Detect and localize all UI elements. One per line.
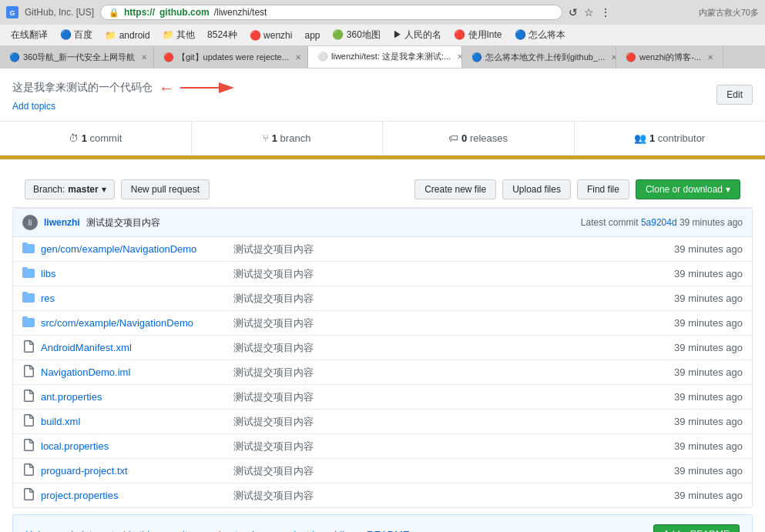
commit-info-left: li liwenzhi 测试提交项目内容 xyxy=(22,215,160,230)
file-name-link[interactable]: src/com/example/NavigationDemo xyxy=(41,317,233,329)
browser-tabs: 🔵 360导航_新一代安全上网导航 ✕ 🔴 【git】updates were … xyxy=(0,46,765,68)
url-green-part: https:// xyxy=(124,7,155,18)
add-readme-button[interactable]: Add a README xyxy=(653,524,740,532)
360map-toolbar-item[interactable]: 🟢 360地图 xyxy=(327,27,384,43)
tab-blog[interactable]: 🔴 wenzhi的博客-... ✕ xyxy=(616,46,723,68)
table-row: local.properties测试提交项目内容39 minutes ago xyxy=(13,434,752,459)
commit-avatar-text: li xyxy=(29,219,32,227)
refresh-icon[interactable]: ↺ xyxy=(569,6,578,18)
commit-info-row: li liwenzhi 测试提交项目内容 Latest commit 5a920… xyxy=(13,209,752,237)
commit-sha-link[interactable]: 5a9204d xyxy=(641,217,677,228)
readme-notice: Help people interested in this repositor… xyxy=(12,514,753,532)
find-file-button[interactable]: Find file xyxy=(577,179,629,199)
file-commit-message: 测试提交项目内容 xyxy=(233,390,627,404)
tab-upload[interactable]: 🔵 怎么将本地文件上传到github_... ✕ xyxy=(462,46,616,68)
clone-or-download-button[interactable]: Clone or download ▾ xyxy=(636,179,740,199)
other-toolbar-item[interactable]: 📁 其他 xyxy=(158,27,200,43)
commits-count: 1 xyxy=(82,132,87,144)
tab-blog-close[interactable]: ✕ xyxy=(707,53,713,62)
file-time: 39 minutes ago xyxy=(627,317,743,329)
tab-git-close[interactable]: ✕ xyxy=(295,53,301,62)
tab-repo[interactable]: ⚪ liwenzhi/test: 这是我拿来测试:... ✕ xyxy=(308,46,462,68)
translate-toolbar-item[interactable]: 在线翻译 xyxy=(6,27,52,43)
tab-upload-icon: 🔵 xyxy=(471,52,482,62)
table-row: libs测试提交项目内容39 minutes ago xyxy=(13,262,752,286)
readme-notice-text: Help people interested in this repositor… xyxy=(25,529,412,533)
stat-contributors[interactable]: 👥 1 contributor xyxy=(575,122,766,155)
howto-toolbar-item[interactable]: 🔵 怎么将本 xyxy=(510,27,570,43)
file-icon xyxy=(22,365,35,380)
file-time: 39 minutes ago xyxy=(627,465,743,477)
8524-toolbar-item[interactable]: 8524种 xyxy=(203,27,242,43)
baidu-toolbar-item[interactable]: 🔵 百度 xyxy=(55,27,97,43)
file-commit-message: 测试提交项目内容 xyxy=(233,415,627,429)
renmin-toolbar-item[interactable]: ▶ 人民的名 xyxy=(388,27,446,43)
table-row: gen/com/example/NavigationDemo测试提交项目内容39… xyxy=(13,237,752,262)
browser-toolbar: 在线翻译 🔵 百度 📁 android 📁 其他 8524种 🔴 wenzhi … xyxy=(0,25,765,46)
tab-360[interactable]: 🔵 360导航_新一代安全上网导航 ✕ xyxy=(0,46,154,68)
file-icon xyxy=(22,340,35,355)
file-commit-message: 测试提交项目内容 xyxy=(233,489,627,503)
file-icon xyxy=(22,390,35,404)
new-pull-request-button[interactable]: New pull request xyxy=(121,179,210,199)
table-row: ant.properties测试提交项目内容39 minutes ago xyxy=(13,385,752,410)
branches-icon: ⑂ xyxy=(263,132,272,144)
url-domain: github.com xyxy=(159,7,210,18)
inte-toolbar-item[interactable]: 🔴 使用Inte xyxy=(449,27,506,43)
file-name-link[interactable]: res xyxy=(41,293,233,304)
table-row: res测试提交项目内容39 minutes ago xyxy=(13,286,752,311)
file-name-link[interactable]: local.properties xyxy=(41,440,233,452)
tab-360-label: 360导航_新一代安全上网导航 xyxy=(23,52,135,63)
file-name-link[interactable]: project.properties xyxy=(41,490,233,501)
file-rows-container: gen/com/example/NavigationDemo测试提交项目内容39… xyxy=(13,237,752,507)
star-icon[interactable]: ☆ xyxy=(584,6,594,18)
table-row: src/com/example/NavigationDemo测试提交项目内容39… xyxy=(13,311,752,336)
app-toolbar-item[interactable]: app xyxy=(300,28,324,42)
file-icon xyxy=(22,488,35,503)
file-name-link[interactable]: libs xyxy=(41,268,233,279)
file-toolbar: Branch: master ▾ New pull request Create… xyxy=(12,172,753,208)
file-time: 39 minutes ago xyxy=(627,490,743,501)
file-name-link[interactable]: AndroidManifest.xml xyxy=(41,342,233,353)
wenzhi-toolbar-item[interactable]: 🔴 wenzhi xyxy=(245,28,297,42)
clone-dropdown-icon: ▾ xyxy=(726,184,730,195)
upload-files-button[interactable]: Upload files xyxy=(502,179,571,199)
android-toolbar-item[interactable]: 📁 android xyxy=(100,28,154,42)
annotation-arrow-svg xyxy=(180,76,219,99)
table-row: project.properties测试提交项目内容39 minutes ago xyxy=(13,483,752,507)
file-commit-message: 测试提交项目内容 xyxy=(233,341,627,355)
file-time: 39 minutes ago xyxy=(627,268,743,279)
browser-url-bar[interactable]: 🔒 https://github.com/liwenzhi/test xyxy=(100,5,562,20)
file-name-link[interactable]: build.xml xyxy=(41,416,233,427)
commit-user-link[interactable]: liwenzhi xyxy=(44,217,80,228)
tab-upload-close[interactable]: ✕ xyxy=(611,53,616,62)
add-topics-link[interactable]: Add topics xyxy=(12,99,219,113)
table-row: build.xml测试提交项目内容39 minutes ago xyxy=(13,410,752,434)
create-new-file-button[interactable]: Create new file xyxy=(414,179,496,199)
releases-count: 0 xyxy=(461,132,467,144)
file-name-link[interactable]: proguard-project.txt xyxy=(41,465,233,477)
more-icon[interactable]: ⋮ xyxy=(600,6,611,18)
file-icon xyxy=(22,414,35,429)
stat-branches[interactable]: ⑂ 1 branch xyxy=(192,122,384,155)
commit-time: 39 minutes ago xyxy=(679,217,743,228)
clone-label: Clone or download xyxy=(646,184,723,195)
browser-controls: ↺ ☆ ⋮ xyxy=(569,6,611,18)
tab-360-close[interactable]: ✕ xyxy=(141,53,147,62)
file-time: 39 minutes ago xyxy=(627,366,743,378)
file-name-link[interactable]: ant.properties xyxy=(41,391,233,403)
tab-git[interactable]: 🔴 【git】updates were rejecte... ✕ xyxy=(154,46,308,68)
file-name-link[interactable]: NavigationDemo.iml xyxy=(41,366,233,378)
tab-repo-label: liwenzhi/test: 这是我拿来测试:... xyxy=(331,51,451,62)
edit-button[interactable]: Edit xyxy=(716,85,753,105)
tab-repo-icon: ⚪ xyxy=(317,52,328,62)
stat-releases[interactable]: 🏷 0 releases xyxy=(383,122,575,155)
main-content: Branch: master ▾ New pull request Create… xyxy=(0,159,765,532)
browser-titlebar: G GitHub, Inc. [US] 🔒 https://github.com… xyxy=(0,0,765,25)
repo-description-text: 这是我拿来测试的一个代码仓 xyxy=(12,81,153,95)
tab-repo-close[interactable]: ✕ xyxy=(457,52,462,61)
branch-selector[interactable]: Branch: master ▾ xyxy=(25,179,115,199)
stat-commits[interactable]: ⏱ 1 commit xyxy=(0,122,192,155)
file-name-link[interactable]: gen/com/example/NavigationDemo xyxy=(41,243,233,255)
tab-blog-label: wenzhi的博客-... xyxy=(639,52,701,63)
